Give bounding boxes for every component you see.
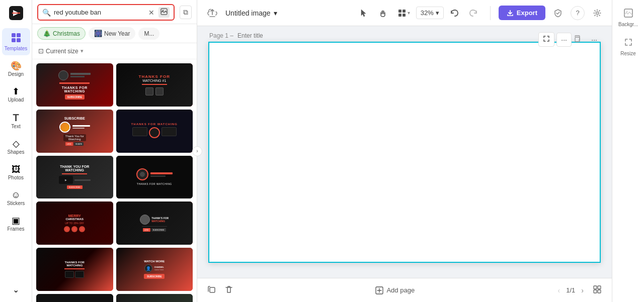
page-indicator: 1/1 (566, 286, 575, 294)
add-page-button[interactable]: Add page (370, 284, 420, 297)
template-card[interactable]: THANKS FOR WATCHING #1 (116, 63, 193, 107)
template-card[interactable]: THANK YOU FORWATCHING ▶ SUBSCRIBE (36, 156, 113, 199)
shield-icon (553, 9, 562, 18)
search-icon: 🔍 (42, 9, 51, 17)
template-card[interactable]: THANKS FORWATCHING (36, 248, 113, 291)
svg-rect-14 (575, 37, 580, 42)
filter-tab-more-label: M... (144, 30, 154, 37)
bottom-center-controls: Add page (370, 284, 420, 297)
duplicate-page-button[interactable] (205, 283, 218, 298)
layout-button[interactable]: ▾ (393, 6, 414, 21)
template-card[interactable]: THANKS FOR WATCHING (116, 110, 193, 153)
settings-button[interactable] (589, 6, 606, 21)
template-card[interactable]: WATCH MORE 👤 CHANNEL name here SUBSCRIBE (116, 248, 193, 291)
fit-canvas-button[interactable] (538, 32, 554, 47)
filter-tab-christmas[interactable]: 🎄 Christmas (37, 27, 86, 40)
shield-button[interactable] (549, 6, 567, 21)
page-title-input[interactable] (237, 32, 298, 39)
image-search-button[interactable] (158, 7, 170, 18)
template-card[interactable]: 🌄 THANKS FOR WATCHING (116, 294, 193, 302)
photos-icon: 🖼 (12, 165, 21, 174)
background-icon (623, 8, 633, 21)
filter-tab-newyear[interactable]: 🎆 New Year (89, 27, 135, 40)
svg-rect-10 (403, 10, 406, 13)
resize-label: Resize (620, 51, 636, 56)
layout-icon (397, 9, 407, 18)
canvas-action-controls: ··· (538, 32, 572, 47)
filter-tab-christmas-label: Christmas (53, 30, 80, 37)
hand-tool-button[interactable] (374, 6, 391, 21)
page-navigation: ‹ 1/1 › (555, 285, 587, 296)
size-filter-label: Current size (46, 48, 78, 55)
trash-icon (224, 285, 233, 294)
template-card[interactable]: THANKS FORWATCHING SUBSCRIBE (36, 63, 113, 107)
panel-collapse-button[interactable]: › (192, 146, 202, 156)
upload-to-cloud-button[interactable] (203, 5, 221, 21)
sidebar-item-label-upload: Upload (8, 97, 24, 103)
fit-screen-icon (543, 35, 550, 42)
main-area: Untitled image ▾ (197, 0, 612, 302)
panel-wrapper: 🔍 ✕ ⧉ 🎄 Christmas (32, 0, 197, 302)
canvas-copy-button[interactable] (569, 32, 585, 47)
template-card[interactable]: SUBSCRIBE Thank You forWatching LIKE (36, 110, 113, 153)
undo-button[interactable] (446, 6, 463, 21)
help-button[interactable]: ? (571, 6, 585, 20)
sidebar-item-label-shapes: Shapes (8, 149, 25, 155)
sidebar-item-shapes[interactable]: ◇ Shapes (2, 135, 30, 159)
export-icon (507, 10, 514, 17)
svg-rect-9 (398, 10, 401, 13)
template-card[interactable]: MERRY CHRISTMAS UP TO 15% OFF (36, 202, 113, 245)
right-panel-background[interactable]: Backgr... (614, 4, 642, 31)
template-text: THANKS FORWATCHING (62, 86, 88, 93)
duplicate-icon (207, 285, 216, 294)
delete-page-button[interactable] (222, 283, 235, 298)
canvas-more2-button[interactable]: ··· (587, 33, 602, 47)
sidebar-item-stickers[interactable]: ☺ Stickers (2, 186, 30, 210)
sidebar-item-templates[interactable]: Templates (2, 28, 30, 55)
search-box[interactable]: 🔍 ✕ (37, 4, 175, 21)
sidebar-item-frames[interactable]: ▣ Frames (2, 212, 30, 236)
app-logo[interactable] (7, 4, 25, 22)
search-area: 🔍 ✕ ⧉ (32, 0, 197, 24)
filter-button[interactable]: ⧉ (180, 6, 192, 19)
filter-tab-more[interactable]: M... (138, 28, 159, 40)
sidebar-item-photos[interactable]: 🖼 Photos (2, 161, 30, 184)
clear-search-button[interactable]: ✕ (147, 8, 155, 18)
search-input[interactable] (54, 9, 144, 16)
sidebar-item-upload[interactable]: ⬆ Upload (2, 83, 30, 107)
template-card[interactable]: THANK'S FOR WATCHING LIKE SUBSCRIBE (116, 202, 193, 245)
text-icon: T (13, 113, 19, 123)
design-icon: 🎨 (11, 61, 22, 70)
sidebar-item-design[interactable]: 🎨 Design (2, 57, 30, 81)
template-card[interactable]: THANK YOU ▶ Subscribe Now! (36, 294, 113, 302)
redo-button[interactable] (465, 6, 482, 21)
prev-page-button[interactable]: ‹ (555, 285, 564, 296)
redo-icon (469, 9, 478, 18)
left-sidebar: Templates 🎨 Design ⬆ Upload T Text ◇ Sha… (0, 0, 32, 302)
next-page-button[interactable]: › (578, 285, 587, 296)
right-panel-resize[interactable]: Resize (614, 33, 642, 60)
select-tool-button[interactable] (355, 6, 372, 21)
add-page-label: Add page (386, 286, 415, 294)
resize-icon (623, 37, 633, 50)
image-search-icon (160, 8, 168, 15)
size-filter-bar[interactable]: ⊡ Current size ▾ (32, 43, 197, 59)
frames-icon: ▣ (12, 216, 20, 225)
templates-icon (11, 32, 22, 45)
svg-rect-11 (398, 14, 401, 17)
export-button[interactable]: Export (499, 6, 545, 20)
title-chevron-icon: ▾ (274, 9, 277, 17)
template-card[interactable]: THANKS FOR WATCHING (116, 156, 193, 199)
sidebar-item-label-photos: Photos (8, 175, 24, 180)
shapes-icon: ◇ (13, 139, 20, 148)
zoom-control[interactable]: 32% ▾ (416, 7, 444, 19)
sidebar-item-label-design: Design (8, 71, 24, 77)
sidebar-item-collapse[interactable]: ⌄ (2, 282, 30, 298)
size-chevron-icon: ▾ (80, 48, 84, 54)
grid-view-button[interactable] (591, 283, 604, 298)
chevron-down-icon: ⌄ (13, 286, 19, 294)
document-title-text: Untitled image (225, 9, 271, 17)
sidebar-item-text[interactable]: T Text (2, 109, 30, 133)
size-icon: ⊡ (38, 47, 44, 55)
document-title[interactable]: Untitled image ▾ (225, 9, 277, 17)
